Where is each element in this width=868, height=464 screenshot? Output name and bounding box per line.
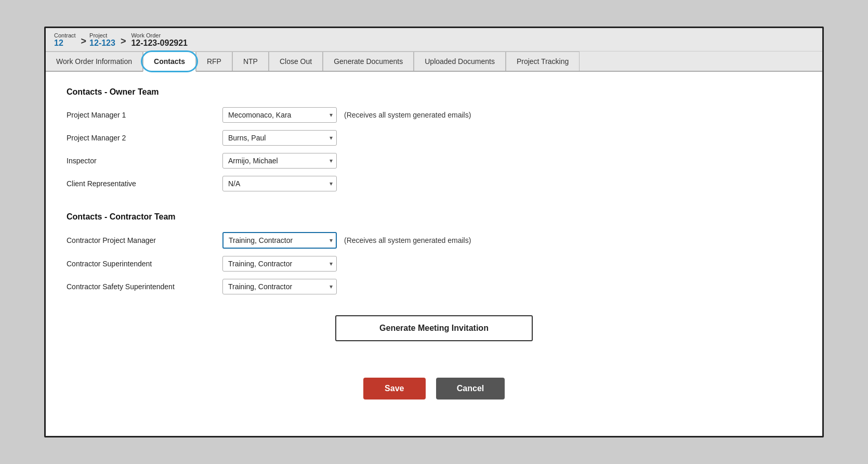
form-row-inspector: Inspector Armijo, Michael ▾	[67, 153, 801, 169]
contract-label: Contract	[54, 32, 76, 38]
action-bar: Save Cancel	[67, 367, 801, 405]
tab-project-tracking[interactable]: Project Tracking	[506, 51, 580, 71]
project-breadcrumb: Project 12-123	[89, 32, 115, 48]
workorder-breadcrumb: Work Order 12-123-092921	[131, 32, 188, 48]
pm1-control: Mecomonaco, Kara ▾	[222, 107, 337, 123]
form-row-pm1: Project Manager 1 Mecomonaco, Kara ▾ (Re…	[67, 107, 801, 123]
workorder-label: Work Order	[131, 32, 188, 38]
tab-rfp[interactable]: RFP	[196, 51, 232, 71]
pm2-control: Burns, Paul ▾	[222, 130, 337, 146]
form-row-contractor-pm: Contractor Project Manager Training, Con…	[67, 232, 801, 249]
tab-bar: Work Order Information Contacts RFP NTP …	[46, 51, 822, 72]
form-row-contractor-safety: Contractor Safety Superintendent Trainin…	[67, 279, 801, 294]
contractor-safety-select[interactable]: Training, Contractor	[222, 279, 337, 294]
client-rep-control: N/A ▾	[222, 176, 337, 191]
generate-meeting-button[interactable]: Generate Meeting Invitation	[335, 315, 533, 341]
tab-work-order-info[interactable]: Work Order Information	[46, 51, 143, 71]
pm1-note: (Receives all system generated emails)	[344, 111, 471, 119]
pm2-select[interactable]: Burns, Paul	[222, 130, 337, 146]
contractor-super-control: Training, Contractor ▾	[222, 256, 337, 272]
main-content: Contacts - Owner Team Project Manager 1 …	[46, 72, 822, 436]
contract-link[interactable]: 12	[54, 38, 76, 48]
form-row-pm2: Project Manager 2 Burns, Paul ▾	[67, 130, 801, 146]
contractor-super-select[interactable]: Training, Contractor	[222, 256, 337, 272]
tab-ntp[interactable]: NTP	[232, 51, 269, 71]
inspector-label: Inspector	[67, 157, 222, 165]
contractor-super-label: Contractor Superintendent	[67, 260, 222, 268]
inspector-select[interactable]: Armijo, Michael	[222, 153, 337, 169]
cancel-button[interactable]: Cancel	[436, 378, 505, 399]
owner-team-title: Contacts - Owner Team	[67, 87, 801, 97]
pm1-select[interactable]: Mecomonaco, Kara	[222, 107, 337, 123]
workorder-value: 12-123-092921	[131, 38, 188, 48]
generate-btn-container: Generate Meeting Invitation	[67, 315, 801, 341]
owner-team-section: Contacts - Owner Team Project Manager 1 …	[67, 87, 801, 191]
contractor-pm-note: (Receives all system generated emails)	[344, 236, 471, 244]
app-window: Contract 12 > Project 12-123 > Work Orde…	[44, 27, 824, 437]
tab-uploaded-documents[interactable]: Uploaded Documents	[414, 51, 506, 71]
tab-close-out[interactable]: Close Out	[269, 51, 323, 71]
pm1-label: Project Manager 1	[67, 111, 222, 119]
contractor-safety-label: Contractor Safety Superintendent	[67, 282, 222, 291]
save-button[interactable]: Save	[363, 378, 426, 399]
separator-2: >	[121, 36, 126, 48]
project-label: Project	[89, 32, 115, 38]
contractor-pm-control: Training, Contractor ▾	[222, 232, 337, 249]
contractor-safety-control: Training, Contractor ▾	[222, 279, 337, 294]
pm2-label: Project Manager 2	[67, 134, 222, 142]
contract-breadcrumb: Contract 12	[54, 32, 76, 48]
project-link[interactable]: 12-123	[89, 38, 115, 48]
client-rep-select[interactable]: N/A	[222, 176, 337, 191]
separator-1: >	[81, 36, 87, 48]
form-row-client-rep: Client Representative N/A ▾	[67, 176, 801, 191]
contractor-team-section: Contacts - Contractor Team Contractor Pr…	[67, 212, 801, 294]
contractor-pm-label: Contractor Project Manager	[67, 236, 222, 244]
tab-generate-documents[interactable]: Generate Documents	[323, 51, 414, 71]
inspector-control: Armijo, Michael ▾	[222, 153, 337, 169]
tab-contacts[interactable]: Contacts	[143, 51, 196, 72]
contractor-pm-select[interactable]: Training, Contractor	[222, 232, 337, 249]
contractor-team-title: Contacts - Contractor Team	[67, 212, 801, 222]
client-rep-label: Client Representative	[67, 179, 222, 188]
breadcrumb-bar: Contract 12 > Project 12-123 > Work Orde…	[46, 28, 822, 51]
form-row-contractor-super: Contractor Superintendent Training, Cont…	[67, 256, 801, 272]
